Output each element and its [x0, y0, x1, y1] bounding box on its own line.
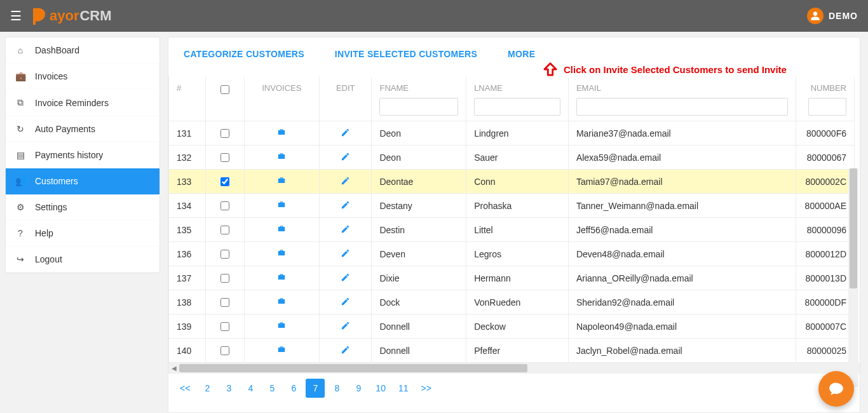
brand-suffix: CRM	[79, 8, 111, 24]
row-checkbox[interactable]	[220, 226, 229, 234]
page-first[interactable]: <<	[175, 379, 195, 398]
table-row[interactable]: 133DeontaeConnTamia97@nada.email8000002C	[169, 170, 855, 194]
horizontal-scrollbar[interactable]: ◀ ▶	[168, 363, 860, 374]
scroll-left-icon[interactable]: ◀	[168, 363, 179, 374]
page-6[interactable]: 6	[284, 379, 303, 398]
page-2[interactable]: 2	[198, 379, 217, 398]
table-row[interactable]: 137DixieHermannArianna_OReilly@nada.emai…	[169, 266, 855, 290]
table-row[interactable]: 136DevenLegrosDeven48@nada.email8000012D	[169, 242, 855, 266]
invoices-icon[interactable]	[276, 152, 287, 163]
sidebar-item-label: Payments history	[35, 150, 103, 160]
invoices-icon[interactable]	[276, 177, 287, 187]
fname-filter-input[interactable]	[379, 98, 458, 116]
edit-icon[interactable]	[341, 346, 350, 356]
menu-toggle[interactable]: ☰	[10, 8, 22, 24]
table-row[interactable]: 139DonnellDeckowNapoleon49@nada.email800…	[169, 315, 855, 339]
chat-icon	[828, 381, 844, 397]
page-8[interactable]: 8	[327, 379, 346, 398]
brand-mark-icon	[32, 7, 47, 25]
col-select-all[interactable]	[206, 77, 244, 121]
invoices-icon[interactable]	[276, 128, 287, 139]
row-checkbox[interactable]	[220, 322, 229, 331]
page-9[interactable]: 9	[349, 379, 368, 398]
edit-icon[interactable]	[341, 201, 350, 212]
categorize-customers-link[interactable]: CATEGORIZE CUSTOMERS	[184, 49, 304, 59]
user-menu[interactable]: DEMO	[807, 8, 858, 24]
lname-filter-input[interactable]	[474, 98, 560, 116]
number-filter-input[interactable]	[808, 98, 846, 116]
edit-icon[interactable]	[341, 153, 350, 163]
row-checkbox[interactable]	[220, 201, 229, 210]
row-checkbox[interactable]	[220, 346, 229, 355]
col-number[interactable]: NUMBER	[796, 77, 854, 121]
page-4[interactable]: 4	[241, 379, 260, 398]
page-11[interactable]: 11	[393, 379, 414, 398]
vertical-scrollbar[interactable]	[848, 168, 858, 387]
cell-lname: Hermann	[466, 266, 569, 290]
row-checkbox[interactable]	[220, 274, 229, 283]
sidebar-item-settings[interactable]: ⚙Settings	[6, 194, 159, 220]
table-row[interactable]: 134DestanyProhaskaTanner_Weimann@nada.em…	[169, 194, 855, 218]
email-filter-input[interactable]	[576, 98, 788, 116]
page-10[interactable]: 10	[370, 379, 391, 398]
sidebar-item-label: Help	[35, 228, 53, 238]
sidebar-item-auto-payments[interactable]: ↻Auto Payments	[6, 116, 159, 142]
sidebar-item-help[interactable]: ?Help	[6, 220, 159, 247]
brand-logo[interactable]: ayorCRM	[32, 7, 112, 25]
col-edit[interactable]: EDIT	[320, 77, 372, 121]
sidebar-item-payments-history[interactable]: ▤Payments history	[6, 142, 159, 168]
v-scroll-thumb[interactable]	[850, 168, 857, 288]
sidebar-item-label: Auto Payments	[35, 124, 95, 134]
page-7[interactable]: 7	[306, 379, 325, 398]
cell-fname: Deon	[372, 146, 466, 170]
sidebar-item-logout[interactable]: ↪Logout	[6, 247, 159, 273]
cell-email: Jaclyn_Robel@nada.email	[568, 339, 796, 363]
edit-icon[interactable]	[341, 129, 350, 139]
reminder-icon: ⧉	[15, 97, 26, 108]
invoices-icon[interactable]	[276, 225, 287, 235]
row-checkbox[interactable]	[220, 129, 229, 138]
invite-selected-customers-link[interactable]: INVITE SELECTED CUSTOMERS	[335, 49, 477, 59]
cell-number: 8000002C	[796, 170, 854, 194]
page-3[interactable]: 3	[219, 379, 238, 398]
edit-icon[interactable]	[341, 177, 350, 187]
more-link[interactable]: MORE	[508, 49, 535, 59]
table-row[interactable]: 135DestinLittelJeff56@nada.email80000096	[169, 218, 855, 242]
table-row[interactable]: 132DeonSauerAlexa59@nada.email80000067	[169, 146, 855, 170]
col-fname[interactable]: FNAME	[372, 77, 466, 121]
col-invoices[interactable]: INVOICES	[244, 77, 320, 121]
row-checkbox[interactable]	[220, 298, 229, 307]
invoices-icon[interactable]	[276, 322, 287, 332]
edit-icon[interactable]	[341, 274, 350, 284]
cell-lname: Pfeffer	[466, 339, 569, 363]
edit-icon[interactable]	[341, 322, 350, 332]
select-all-checkbox[interactable]	[220, 85, 229, 94]
invoices-icon[interactable]	[276, 249, 287, 259]
edit-icon[interactable]	[341, 226, 350, 236]
invoices-icon[interactable]	[276, 297, 287, 308]
row-checkbox[interactable]	[220, 153, 229, 162]
col-email[interactable]: EMAIL	[568, 77, 796, 121]
sidebar-item-invoices[interactable]: 💼Invoices	[6, 64, 159, 90]
page-5[interactable]: 5	[262, 379, 281, 398]
row-index: 140	[169, 339, 206, 363]
chat-fab[interactable]	[818, 371, 854, 407]
col-lname[interactable]: LNAME	[466, 77, 569, 121]
row-index: 132	[169, 146, 206, 170]
sidebar-item-invoice-reminders[interactable]: ⧉Invoice Reminders	[6, 90, 159, 116]
sidebar-item-dashboard[interactable]: ⌂DashBoard	[6, 37, 159, 64]
table-row[interactable]: 140DonnellPfefferJaclyn_Robel@nada.email…	[169, 339, 855, 363]
row-checkbox[interactable]	[220, 177, 229, 186]
edit-icon[interactable]	[341, 298, 350, 308]
sidebar-item-customers[interactable]: 👥Customers	[6, 168, 159, 194]
page-next[interactable]: >>	[416, 379, 437, 398]
col-index[interactable]: #	[169, 77, 206, 121]
edit-icon[interactable]	[341, 250, 350, 260]
h-scroll-thumb[interactable]	[179, 364, 527, 372]
invoices-icon[interactable]	[276, 346, 287, 356]
table-row[interactable]: 138DockVonRuedenSheridan92@nada.email800…	[169, 290, 855, 315]
row-checkbox[interactable]	[220, 250, 229, 259]
table-row[interactable]: 131DeonLindgrenMariane37@nada.email80000…	[169, 121, 855, 146]
invoices-icon[interactable]	[276, 273, 287, 283]
invoices-icon[interactable]	[276, 201, 287, 211]
